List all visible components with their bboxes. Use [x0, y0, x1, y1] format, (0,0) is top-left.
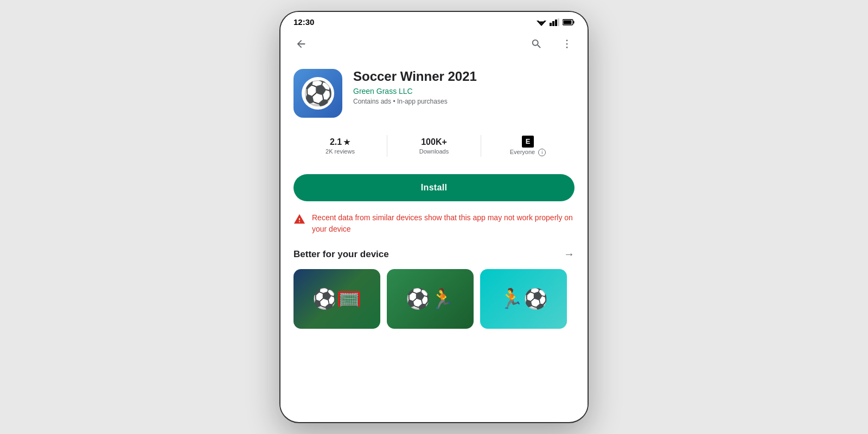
- games-row: ⚽🥅 ⚽🏃 🏃⚽: [293, 269, 575, 329]
- svg-rect-3: [550, 23, 552, 26]
- better-section-title: Better for your device: [293, 249, 389, 260]
- svg-rect-6: [558, 18, 559, 26]
- svg-point-12: [566, 47, 568, 48]
- game-thumbnail-2[interactable]: ⚽🏃: [387, 269, 474, 329]
- install-button[interactable]: Install: [293, 174, 575, 201]
- more-options-button[interactable]: [557, 34, 577, 54]
- app-icon: [293, 69, 342, 118]
- downloads-stat: 100K+ Downloads: [387, 137, 481, 155]
- game-thumbnail-3[interactable]: 🏃⚽: [480, 269, 567, 329]
- rating-stat: 2.1 ★ 2K reviews: [293, 137, 387, 155]
- game-art-2: ⚽🏃: [387, 269, 474, 329]
- toolbar: [280, 30, 588, 60]
- app-meta: Contains ads • In-app purchases: [353, 98, 575, 105]
- svg-point-10: [566, 40, 568, 41]
- svg-rect-4: [552, 21, 554, 26]
- battery-icon: [563, 19, 575, 25]
- warning-triangle-icon: [293, 213, 305, 228]
- game-art-3: 🏃⚽: [480, 269, 567, 329]
- status-icons: [537, 18, 575, 26]
- app-header: Soccer Winner 2021 Green Grass LLC Conta…: [293, 69, 575, 118]
- svg-rect-9: [564, 20, 572, 24]
- back-button[interactable]: [291, 34, 311, 54]
- search-button[interactable]: [527, 34, 546, 54]
- better-section-header: Better for your device →: [293, 248, 575, 260]
- status-bar: 12:30: [280, 12, 588, 30]
- stats-row: 2.1 ★ 2K reviews 100K+ Downloads E Every…: [293, 131, 575, 161]
- game-thumbnail-1[interactable]: ⚽🥅: [293, 269, 380, 329]
- age-rating-label: Everyone i: [510, 149, 546, 156]
- star-icon: ★: [343, 138, 350, 146]
- info-icon[interactable]: i: [538, 149, 546, 156]
- phone-frame: 12:30: [279, 11, 589, 423]
- rating-label: 2K reviews: [326, 148, 355, 155]
- svg-rect-5: [555, 20, 557, 26]
- age-rating-icon-wrapper: E: [522, 136, 534, 148]
- soccer-ball-icon: [302, 77, 334, 110]
- svg-rect-8: [573, 21, 575, 23]
- esrb-icon: E: [522, 136, 534, 148]
- rating-value: 2.1 ★: [330, 137, 350, 147]
- app-developer[interactable]: Green Grass LLC: [353, 87, 575, 95]
- arrow-right-icon[interactable]: →: [564, 248, 575, 260]
- wifi-icon: [537, 18, 546, 26]
- toolbar-actions: [527, 34, 577, 54]
- signal-icon: [550, 18, 559, 26]
- app-info: Soccer Winner 2021 Green Grass LLC Conta…: [353, 69, 575, 105]
- game-art-1: ⚽🥅: [293, 269, 380, 329]
- app-title: Soccer Winner 2021: [353, 69, 575, 85]
- warning-message: Recent data from similar devices show th…: [312, 212, 575, 235]
- downloads-label: Downloads: [419, 148, 449, 155]
- downloads-value: 100K+: [421, 137, 447, 147]
- age-rating-stat: E Everyone i: [481, 136, 575, 156]
- content-area: Soccer Winner 2021 Green Grass LLC Conta…: [280, 60, 588, 416]
- svg-point-11: [566, 43, 568, 45]
- status-time: 12:30: [293, 17, 314, 27]
- warning-box: Recent data from similar devices show th…: [293, 212, 575, 235]
